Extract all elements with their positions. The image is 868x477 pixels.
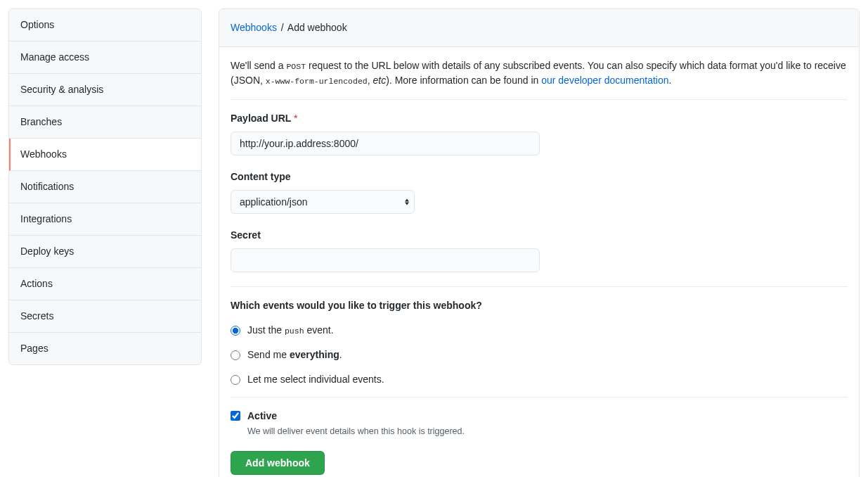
events-radio-individual-input[interactable] [231,375,240,385]
events-everything-post: . [339,349,342,360]
intro-mid2: , [368,75,373,86]
events-push-code: push [285,326,304,336]
sidebar-menu: Options Manage access Security & analysi… [8,8,202,365]
add-webhook-button[interactable]: Add webhook [231,451,325,475]
events-heading: Which events would you like to trigger t… [231,298,848,313]
content-type-label: Content type [231,170,848,184]
sidebar-item-integrations[interactable]: Integrations [9,203,201,236]
events-radio-push-label: Just the push event. [247,323,334,338]
sidebar-item-security-analysis[interactable]: Security & analysis [9,74,201,106]
events-radio-push-input[interactable] [231,326,240,336]
intro-suffix: . [669,75,672,86]
events-radio-everything[interactable]: Send me everything. [231,348,848,362]
events-everything-strong: everything [290,349,339,360]
sidebar-item-webhooks[interactable]: Webhooks [9,139,201,171]
sidebar-item-branches[interactable]: Branches [9,106,201,139]
sidebar-item-secrets[interactable]: Secrets [9,300,201,333]
settings-sidebar: Options Manage access Security & analysi… [8,8,202,477]
developer-docs-link[interactable]: our developer documentation [541,75,668,86]
sidebar-item-manage-access[interactable]: Manage access [9,42,201,74]
intro-code-urlencoded: x-www-form-urlencoded [266,77,368,86]
payload-url-input[interactable] [231,132,540,155]
sidebar-item-deploy-keys[interactable]: Deploy keys [9,236,201,268]
payload-url-label: Payload URL * [231,111,848,126]
main-panel: Webhooks / Add webhook We'll send a POST… [219,8,860,477]
events-radio-everything-input[interactable] [231,350,240,360]
breadcrumb-current: Add webhook [287,22,347,33]
payload-url-label-text: Payload URL [231,113,291,124]
breadcrumb: Webhooks / Add webhook [219,9,859,47]
main-body: We'll send a POST request to the URL bel… [219,47,859,477]
events-radio-individual-label: Let me select individual events. [247,372,384,387]
sidebar-item-notifications[interactable]: Notifications [9,171,201,203]
required-asterisk: * [294,113,297,124]
sidebar-item-actions[interactable]: Actions [9,268,201,300]
active-description: We will deliver event details when this … [247,425,465,438]
events-radio-push[interactable]: Just the push event. [231,323,848,338]
breadcrumb-separator: / [281,22,284,33]
intro-mid3: ). More information can be found in [386,75,541,86]
payload-url-group: Payload URL * [231,111,848,155]
active-checkbox[interactable] [231,411,240,421]
secret-input[interactable] [231,248,540,272]
active-checkbox-content: Active We will deliver event details whe… [247,409,465,438]
active-checkbox-row: Active We will deliver event details whe… [231,409,848,438]
divider [231,286,848,287]
divider [231,99,848,100]
breadcrumb-parent-link[interactable]: Webhooks [231,22,277,33]
events-push-pre: Just the [247,324,285,336]
intro-em: etc [373,75,387,86]
intro-code-post: POST [286,62,306,71]
content-type-select-wrap: application/json [231,190,415,214]
events-radio-individual[interactable]: Let me select individual events. [231,372,848,387]
divider [231,397,848,398]
events-push-post: event. [304,324,334,336]
content-type-select[interactable]: application/json [231,190,415,214]
intro-prefix: We'll send a [231,60,286,71]
intro-text: We'll send a POST request to the URL bel… [231,58,848,88]
events-everything-pre: Send me [247,349,290,360]
sidebar-item-pages[interactable]: Pages [9,333,201,364]
sidebar-item-options[interactable]: Options [9,9,201,42]
active-label: Active [247,409,465,424]
content-type-group: Content type application/json [231,170,848,214]
secret-group: Secret [231,228,848,272]
events-radio-everything-label: Send me everything. [247,348,342,362]
secret-label: Secret [231,228,848,243]
